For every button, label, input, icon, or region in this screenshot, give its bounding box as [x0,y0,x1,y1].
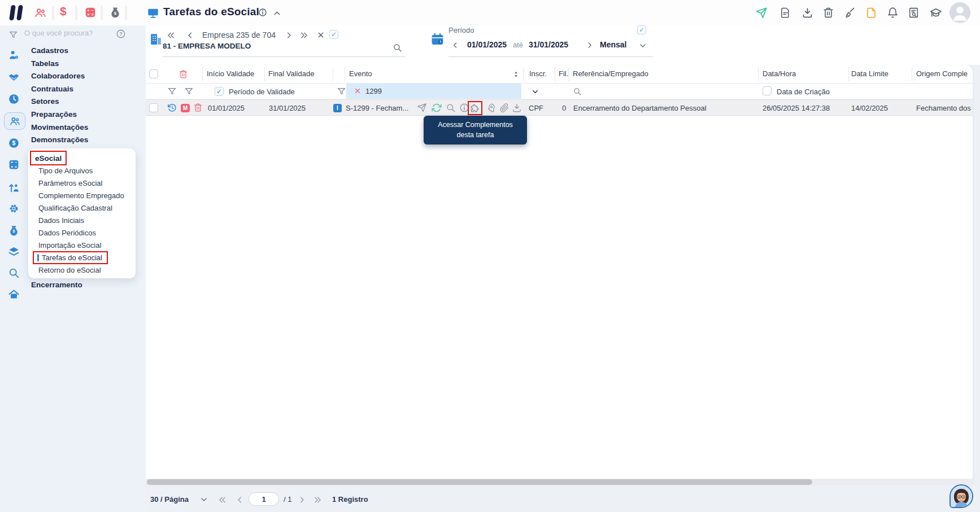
rail-user-gear-icon[interactable] [8,49,20,61]
document-icon[interactable] [779,7,791,19]
evento-filter-funnel-icon[interactable] [337,86,346,96]
user-avatar[interactable] [949,2,970,23]
rail-gear-icon[interactable] [8,203,20,215]
row-sync-icon[interactable] [432,103,442,113]
sidebar-item-tipo-de-arquivos[interactable]: Tipo de Arquivos [38,167,93,175]
rail-people-icon[interactable] [9,115,21,127]
sidebar-item-contratuais[interactable]: Contratuais [31,85,73,93]
finance-module-icon[interactable]: $ [60,5,67,18]
sidebar-item-qualificacao-cadastral[interactable]: Qualificação Cadastral [38,204,112,212]
period-next-icon[interactable] [585,41,594,50]
prev-page-icon[interactable] [235,495,245,505]
rail-layers-icon[interactable] [8,246,20,257]
sidebar-item-dados-iniciais[interactable]: Dados Iniciais [38,216,84,225]
company-search-icon[interactable] [393,43,402,52]
sidebar-item-cadastros[interactable]: Cadastros [31,46,68,55]
select-all-checkbox[interactable] [149,69,158,78]
data-criacao-checkbox[interactable] [763,86,772,95]
download-icon[interactable] [802,7,813,19]
inscr-filter-chevron-icon[interactable] [531,87,539,96]
people-module-icon[interactable] [34,6,47,19]
period-mode-select[interactable]: Mensal [600,40,626,49]
clear-filter-icon[interactable] [354,87,361,95]
sidebar-item-movimentacoes[interactable]: Movimentações [31,123,88,132]
trash-icon[interactable] [822,7,834,19]
rail-home-icon[interactable] [8,288,20,300]
col-data-hora[interactable]: Data/Hora [763,69,796,78]
row-head-gear-icon[interactable] [486,103,496,113]
row-download-icon[interactable] [512,103,522,113]
sidebar-item-parametros-esocial[interactable]: Parâmetros eSocial [38,179,102,187]
company-clear-icon[interactable] [316,30,325,40]
referencia-search-icon[interactable] [573,87,582,96]
col-data-limite[interactable]: Data Limite [851,69,888,78]
sidebar-item-colaboradores[interactable]: Colaboradores [31,72,85,80]
page-number-input[interactable] [249,492,279,506]
app-logo-icon[interactable] [8,5,27,21]
col-inicio-validade[interactable]: Início Validade [207,69,254,78]
sidebar-item-setores[interactable]: Setores [31,97,59,106]
horizontal-scrollbar-thumb[interactable] [147,479,812,485]
sidebar-search-input[interactable] [24,29,110,37]
broom-icon[interactable] [843,7,855,19]
audit-log-icon[interactable] [908,7,920,19]
per-page-chevron-icon[interactable] [199,495,208,504]
row-magnifier-icon[interactable] [446,103,456,113]
collapse-header-icon[interactable] [272,8,282,18]
filter-funnel-outline-icon[interactable] [184,86,194,96]
sidebar-item-preparacoes[interactable]: Preparações [31,110,77,119]
col-referencia-empregado[interactable]: Referência/Empregado [573,69,648,78]
col-inscr[interactable]: Inscr. [529,69,547,78]
last-page-icon[interactable] [313,495,323,505]
col-fil[interactable]: Fil. [559,69,568,78]
send-icon[interactable] [755,7,768,19]
company-checkbox[interactable] [329,30,338,39]
sidebar-item-dados-periodicos[interactable]: Dados Periódicos [38,229,96,237]
period-mode-chevron-icon[interactable] [638,41,647,50]
table-row[interactable]: M 01/01/2025 31/01/2025 I S-1299 - Fecha… [146,99,973,116]
rail-clock-icon[interactable] [8,93,20,105]
rail-handshake-icon[interactable] [8,72,20,84]
rail-moneybag-icon[interactable] [8,224,20,236]
next-page-icon[interactable] [297,495,307,505]
evento-filter-input[interactable]: 1299 [346,84,521,99]
period-end-date[interactable]: 31/01/2025 [529,40,568,49]
per-page-select[interactable]: 30 / Página [150,495,189,504]
col-final-validade[interactable]: Final Validade [268,69,314,78]
info-icon[interactable] [258,8,267,17]
sidebar-item-demonstracoes[interactable]: Demonstrações [31,135,88,144]
period-checkbox[interactable] [637,25,646,34]
filter-funnel-icon[interactable] [167,86,177,96]
sidebar-item-retorno-do-esocial[interactable]: Retorno do eSocial [38,266,101,274]
company-first-icon[interactable] [166,30,176,40]
notifications-bell-icon[interactable] [887,7,899,19]
col-origem-complemento[interactable]: Origem Comple [916,69,968,78]
training-cap-icon[interactable] [930,7,942,19]
company-prev-icon[interactable] [185,30,195,40]
row-checkbox[interactable] [149,103,158,112]
row-send-icon[interactable] [417,103,427,113]
rail-dollar-icon[interactable] [8,137,20,149]
row-paperclip-icon[interactable] [499,103,509,113]
period-prev-icon[interactable] [451,41,460,50]
first-page-icon[interactable] [217,495,227,505]
calculator-module-icon[interactable] [84,6,97,19]
sidebar-item-importacao-esocial[interactable]: Importação eSocial [38,241,101,250]
periodo-validade-checkbox[interactable] [215,87,224,96]
assistant-avatar[interactable] [949,484,973,508]
rail-calculator-icon[interactable] [8,159,20,170]
horizontal-scrollbar[interactable] [146,479,973,485]
period-start-date[interactable]: 01/01/2025 [467,40,507,49]
sidebar-item-complemento-empregado[interactable]: Complemento Empregado [38,191,124,200]
sidebar-item-tarefas-do-esocial[interactable]: Tarefas do eSocial [42,253,102,262]
note-icon[interactable] [865,7,877,19]
row-history-icon[interactable] [167,103,177,113]
company-next-icon[interactable] [284,30,294,40]
rail-search-icon[interactable] [8,267,20,279]
sidebar-item-encerramento[interactable]: Encerramento [31,281,82,289]
sidebar-item-esocial[interactable]: eSocial [35,154,62,163]
row-puzzle-icon[interactable] [470,103,480,113]
row-trash-icon[interactable] [193,103,203,112]
help-icon[interactable] [116,29,126,39]
col-evento[interactable]: Evento [349,69,372,78]
